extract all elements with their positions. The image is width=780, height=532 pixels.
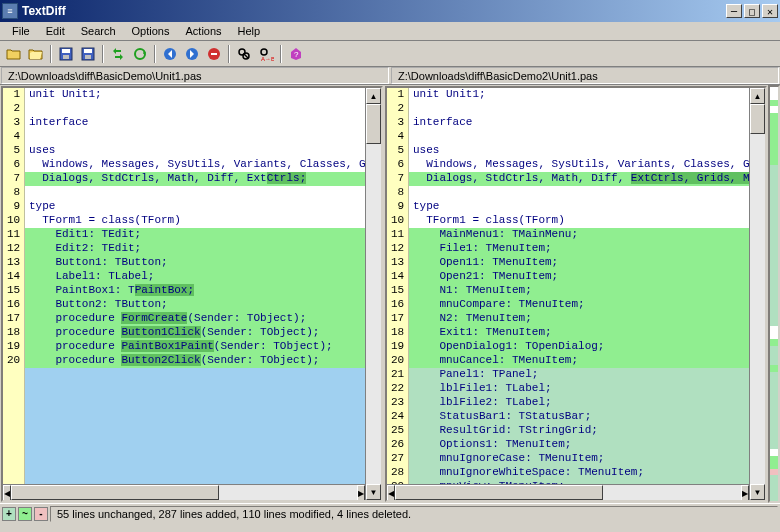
code-line[interactable]: Button2: TButton; (25, 298, 365, 312)
hscroll-thumb[interactable] (395, 485, 603, 500)
scroll-thumb[interactable] (366, 104, 381, 144)
code-line[interactable]: uses (25, 144, 365, 158)
code-line[interactable] (25, 130, 365, 144)
code-line[interactable]: Button1: TButton; (25, 256, 365, 270)
status-mod-box[interactable]: ~ (18, 507, 32, 521)
right-vscroll[interactable]: ▲ ▼ (749, 88, 765, 500)
code-line[interactable]: uses (409, 144, 749, 158)
code-line[interactable] (25, 368, 365, 382)
menu-actions[interactable]: Actions (177, 23, 229, 39)
code-line[interactable]: OpenDialog1: TOpenDialog; (409, 340, 749, 354)
replace-icon[interactable]: A→B (256, 44, 276, 64)
status-add-box[interactable]: + (2, 507, 16, 521)
code-line[interactable]: type (25, 200, 365, 214)
stop-icon[interactable] (204, 44, 224, 64)
code-line[interactable]: type (409, 200, 749, 214)
code-line[interactable]: Exit1: TMenuItem; (409, 326, 749, 340)
menu-search[interactable]: Search (73, 23, 124, 39)
open-folder-2-icon[interactable] (26, 44, 46, 64)
code-line[interactable]: Dialogs, StdCtrls, Math, Diff, ExtCtrls,… (409, 172, 749, 186)
code-line[interactable]: lblFile2: TLabel; (409, 396, 749, 410)
code-line[interactable]: mnuIgnoreWhiteSpace: TMenuItem; (409, 466, 749, 480)
scroll-down-icon[interactable]: ▼ (750, 484, 765, 500)
code-line[interactable]: procedure Button1Click(Sender: TObject); (25, 326, 365, 340)
code-line[interactable]: TForm1 = class(TForm) (25, 214, 365, 228)
code-line[interactable]: Panel1: TPanel; (409, 368, 749, 382)
code-line[interactable] (25, 466, 365, 480)
code-line[interactable]: File1: TMenuItem; (409, 242, 749, 256)
find-icon[interactable] (234, 44, 254, 64)
code-line[interactable] (25, 382, 365, 396)
code-line[interactable] (25, 438, 365, 452)
code-line[interactable]: Edit2: TEdit; (25, 242, 365, 256)
scroll-right-icon[interactable]: ▶ (357, 485, 365, 501)
menu-edit[interactable]: Edit (38, 23, 73, 39)
open-folder-1-icon[interactable] (4, 44, 24, 64)
left-code[interactable]: unit Unit1;interfaceuses Windows, Messag… (25, 88, 365, 500)
code-line[interactable]: unit Unit1; (409, 88, 749, 102)
code-line[interactable]: Windows, Messages, SysUtils, Variants, C… (409, 158, 749, 172)
code-line[interactable]: unit Unit1; (25, 88, 365, 102)
code-line[interactable]: PaintBox1: TPaintBox; (25, 284, 365, 298)
code-line[interactable]: Label1: TLabel; (25, 270, 365, 284)
scroll-left-icon[interactable]: ◀ (387, 485, 395, 501)
code-line[interactable]: N2: TMenuItem; (409, 312, 749, 326)
code-line[interactable]: procedure PaintBox1Paint(Sender: TObject… (25, 340, 365, 354)
code-line[interactable] (25, 410, 365, 424)
code-line[interactable]: MainMenu1: TMainMenu; (409, 228, 749, 242)
right-code[interactable]: unit Unit1;interfaceuses Windows, Messag… (409, 88, 749, 500)
code-line[interactable]: Open11: TMenuItem; (409, 256, 749, 270)
code-line[interactable]: Options1: TMenuItem; (409, 438, 749, 452)
code-line[interactable]: ResultGrid: TStringGrid; (409, 424, 749, 438)
code-line[interactable] (25, 424, 365, 438)
code-line[interactable]: StatusBar1: TStatusBar; (409, 410, 749, 424)
code-line[interactable]: Windows, Messages, SysUtils, Variants, C… (25, 158, 365, 172)
menu-options[interactable]: Options (124, 23, 178, 39)
code-line[interactable]: Open21: TMenuItem; (409, 270, 749, 284)
code-line[interactable] (409, 186, 749, 200)
code-line[interactable]: interface (25, 116, 365, 130)
scroll-up-icon[interactable]: ▲ (750, 88, 765, 104)
code-line[interactable]: lblFile1: TLabel; (409, 382, 749, 396)
code-line[interactable]: mnuCompare: TMenuItem; (409, 298, 749, 312)
hscroll-thumb[interactable] (11, 485, 219, 500)
prev-diff-icon[interactable] (160, 44, 180, 64)
code-line[interactable] (25, 452, 365, 466)
menu-file[interactable]: File (4, 23, 38, 39)
code-line[interactable]: TForm1 = class(TForm) (409, 214, 749, 228)
swap-icon[interactable] (108, 44, 128, 64)
left-vscroll[interactable]: ▲ ▼ (365, 88, 381, 500)
code-line[interactable] (25, 102, 365, 116)
maximize-button[interactable]: □ (744, 4, 760, 18)
code-line[interactable]: mnuCancel: TMenuItem; (409, 354, 749, 368)
code-line[interactable]: interface (409, 116, 749, 130)
scroll-left-icon[interactable]: ◀ (3, 485, 11, 501)
minimap[interactable] (768, 85, 780, 503)
refresh-icon[interactable] (130, 44, 150, 64)
code-line[interactable] (409, 102, 749, 116)
next-diff-icon[interactable] (182, 44, 202, 64)
status-del-box[interactable]: - (34, 507, 48, 521)
help-icon[interactable]: ? (286, 44, 306, 64)
code-line[interactable]: Edit1: TEdit; (25, 228, 365, 242)
right-hscroll[interactable]: ◀ ▶ (387, 484, 749, 500)
menu-help[interactable]: Help (230, 23, 269, 39)
close-button[interactable]: ✕ (762, 4, 778, 18)
left-hscroll[interactable]: ◀ ▶ (3, 484, 365, 500)
scroll-right-icon[interactable]: ▶ (741, 485, 749, 501)
line-number: 6 (387, 158, 408, 172)
save-1-icon[interactable] (56, 44, 76, 64)
minimize-button[interactable]: ─ (726, 4, 742, 18)
code-line[interactable]: procedure FormCreate(Sender: TObject); (25, 312, 365, 326)
scroll-up-icon[interactable]: ▲ (366, 88, 381, 104)
scroll-down-icon[interactable]: ▼ (366, 484, 381, 500)
save-2-icon[interactable] (78, 44, 98, 64)
code-line[interactable]: Dialogs, StdCtrls, Math, Diff, ExtCtrls; (25, 172, 365, 186)
code-line[interactable] (409, 130, 749, 144)
scroll-thumb[interactable] (750, 104, 765, 134)
code-line[interactable]: procedure Button2Click(Sender: TObject); (25, 354, 365, 368)
code-line[interactable]: N1: TMenuItem; (409, 284, 749, 298)
code-line[interactable]: mnuIgnoreCase: TMenuItem; (409, 452, 749, 466)
code-line[interactable] (25, 186, 365, 200)
code-line[interactable] (25, 396, 365, 410)
